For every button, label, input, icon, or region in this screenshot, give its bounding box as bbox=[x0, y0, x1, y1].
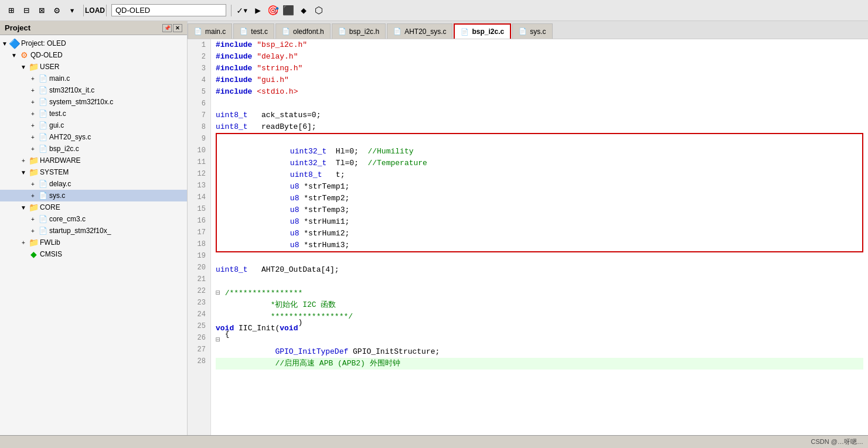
tree-label: core_cm3.c bbox=[49, 215, 86, 223]
tab-main-c[interactable]: 📄 main.c bbox=[188, 23, 232, 39]
icon-grid1[interactable]: ⊞ bbox=[5, 4, 18, 17]
sidebar-close-btn[interactable]: ✕ bbox=[173, 24, 182, 32]
expander[interactable]: + bbox=[28, 97, 38, 107]
tree-item-main-c[interactable]: + 📄 main.c bbox=[0, 73, 187, 84]
line-numbers: 1 2 3 4 5 6 7 8 9 10 11 12 13 14 15 16 1… bbox=[188, 39, 211, 435]
icon-grid2[interactable]: ⊟ bbox=[20, 4, 33, 17]
tab-oledfont-h[interactable]: 📄 oledfont.h bbox=[275, 23, 331, 39]
sidebar-pin-btn[interactable]: 📌 bbox=[162, 24, 172, 32]
code-line-17: u8 *strHumi2; bbox=[217, 228, 862, 240]
tree-item-stm32-it[interactable]: + 📄 stm32f10x_it.c bbox=[0, 84, 187, 96]
expander[interactable]: + bbox=[28, 86, 38, 95]
icon-arrow[interactable]: ▾ bbox=[66, 4, 79, 17]
expander[interactable]: + bbox=[28, 74, 38, 83]
tree-item-system-stm32[interactable]: + 📄 system_stm32f10x.c bbox=[0, 96, 187, 108]
tree-item-cmsis[interactable]: ◆ CMSIS bbox=[0, 248, 187, 260]
expander[interactable]: ▼ bbox=[19, 62, 28, 71]
tree-item-aht20-sys[interactable]: + 📄 AHT20_sys.c bbox=[0, 131, 187, 143]
code-line-8: uint8_t readByte[6]; bbox=[216, 121, 863, 133]
tree-item-test-c[interactable]: + 📄 test.c bbox=[0, 108, 187, 119]
code-text: *strTemp2; bbox=[304, 193, 349, 204]
expander[interactable]: + bbox=[19, 238, 28, 247]
code-line-9 bbox=[217, 134, 862, 146]
tree-item-core-cm3[interactable]: + 📄 core_cm3.c bbox=[0, 213, 187, 225]
tab-sys-c[interactable]: 📄 sys.c bbox=[512, 23, 552, 39]
code-content[interactable]: #include "bsp_i2c.h" #include "delay.h" … bbox=[211, 39, 868, 435]
tab-bsp-i2c-c[interactable]: 📄 bsp_i2c.c bbox=[454, 23, 511, 39]
tree-label: system_stm32f10x.c bbox=[49, 98, 113, 106]
tree-item-hardware[interactable]: + 📁 HARDWARE bbox=[0, 155, 187, 166]
code-editor[interactable]: 1 2 3 4 5 6 7 8 9 10 11 12 13 14 15 16 1… bbox=[188, 39, 868, 435]
expander[interactable]: + bbox=[28, 214, 38, 224]
expander[interactable]: + bbox=[28, 109, 38, 118]
code-text: *strHumi3; bbox=[304, 240, 349, 251]
icon-run[interactable]: ▶ bbox=[251, 4, 264, 17]
ln-7: 7 bbox=[192, 110, 206, 121]
expander[interactable]: ▼ bbox=[19, 203, 28, 212]
tree-item-user[interactable]: ▼ 📁 USER bbox=[0, 61, 187, 73]
icon-grid3[interactable]: ⊠ bbox=[35, 4, 48, 17]
expander[interactable]: ▼ bbox=[9, 50, 19, 60]
code-text: *strTemp3; bbox=[304, 204, 349, 216]
ln-3: 3 bbox=[192, 63, 206, 74]
icon-load[interactable]: LOAD bbox=[88, 4, 101, 17]
tree-item-core[interactable]: ▼ 📁 CORE bbox=[0, 201, 187, 213]
icon-settings[interactable]: ⚙ bbox=[50, 4, 63, 17]
expander[interactable]: ▼ bbox=[0, 39, 9, 48]
ln-2: 2 bbox=[192, 51, 206, 63]
expander[interactable]: + bbox=[28, 226, 38, 235]
sidebar-tree: ▼ 🔷 Project: OLED ▼ ⚙ QD-OLED ▼ 📁 USER bbox=[0, 35, 187, 435]
tab-test-c[interactable]: 📄 test.c bbox=[233, 23, 274, 39]
tab-bsp-i2c-h[interactable]: 📄 bsp_i2c.h bbox=[332, 23, 386, 39]
type: uint8_t bbox=[290, 169, 322, 181]
icon-target2[interactable]: ⬛ bbox=[282, 4, 295, 17]
tree-item-qd-oled[interactable]: ▼ ⚙ QD-OLED bbox=[0, 49, 187, 61]
tree-item-startup-stm32[interactable]: + 📄 startup_stm32f10x_ bbox=[0, 225, 187, 237]
keyword: #include bbox=[216, 51, 252, 63]
expander[interactable]: + bbox=[28, 121, 38, 130]
tree-label: gui.c bbox=[49, 121, 64, 129]
tree-item-system[interactable]: ▼ 📁 SYSTEM bbox=[0, 166, 187, 178]
ln-27: 27 bbox=[192, 344, 206, 355]
icon-target1[interactable]: 🎯 bbox=[267, 4, 280, 17]
expander bbox=[19, 249, 28, 259]
tree-label: test.c bbox=[49, 110, 66, 118]
tree-item-gui-c[interactable]: + 📄 gui.c bbox=[0, 119, 187, 131]
expander[interactable]: + bbox=[28, 191, 38, 200]
type: u8 bbox=[290, 193, 299, 204]
file-icon: 📄 bbox=[38, 190, 48, 201]
status-attribution: CSDN @…呀嗯… bbox=[811, 437, 863, 446]
tree-item-bsp-i2c-c[interactable]: + 📄 bsp_i2c.c bbox=[0, 143, 187, 155]
expander[interactable]: ▼ bbox=[19, 167, 28, 177]
code-line-23: *初始化 I2C 函数 bbox=[216, 299, 863, 311]
code-text: Tl=0; bbox=[336, 158, 368, 169]
keyword: #include bbox=[216, 39, 252, 51]
expander[interactable]: + bbox=[28, 179, 38, 189]
tree-label: CMSIS bbox=[40, 250, 62, 258]
tree-label: AHT20_sys.c bbox=[49, 133, 91, 141]
tree-item-delay-c[interactable]: + 📄 delay.c bbox=[0, 178, 187, 190]
icon-target3[interactable]: ◆ bbox=[297, 4, 310, 17]
expander[interactable]: + bbox=[19, 156, 28, 165]
code-text: t; bbox=[336, 169, 345, 181]
tree-label: startup_stm32f10x_ bbox=[49, 227, 111, 235]
project-name-input[interactable] bbox=[111, 4, 226, 16]
code-text: readByte[6]; bbox=[261, 121, 316, 133]
keyword: #include bbox=[216, 74, 252, 86]
ln-22: 22 bbox=[192, 285, 206, 297]
code-line-13: u8 *strTemp1; bbox=[217, 181, 862, 193]
keyword: void bbox=[280, 323, 298, 334]
file-icon: 📄 bbox=[38, 85, 48, 95]
tree-item-sys-c[interactable]: + 📄 sys.c bbox=[0, 190, 187, 201]
tab-aht20-sys-c[interactable]: 📄 AHT20_sys.c bbox=[387, 23, 452, 39]
icon-target4[interactable]: ⬡ bbox=[312, 4, 325, 17]
icon-check-dropdown[interactable]: ✓▾ bbox=[236, 4, 249, 17]
tree-item-project-oled[interactable]: ▼ 🔷 Project: OLED bbox=[0, 37, 187, 49]
folder-icon: 📁 bbox=[28, 167, 39, 177]
tab-label: bsp_i2c.c bbox=[472, 28, 504, 36]
tree-item-fwlib[interactable]: + 📁 FWLib bbox=[0, 237, 187, 248]
tab-file-icon: 📄 bbox=[393, 28, 401, 35]
expander[interactable]: + bbox=[28, 132, 38, 142]
tab-label: AHT20_sys.c bbox=[404, 28, 446, 36]
expander[interactable]: + bbox=[28, 144, 38, 153]
